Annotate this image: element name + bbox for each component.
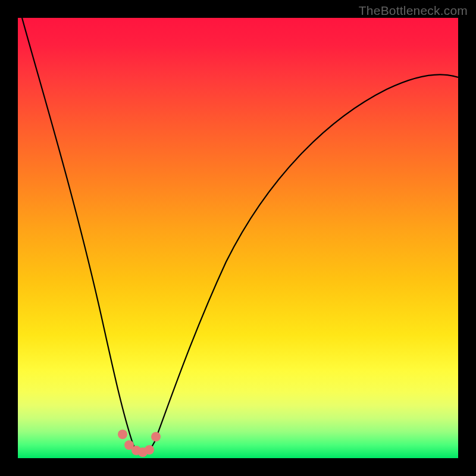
watermark-text: TheBottleneck.com: [359, 4, 468, 18]
plot-area: [18, 18, 458, 458]
bottleneck-curve: [22, 18, 458, 454]
chart-stage: TheBottleneck.com: [0, 0, 476, 476]
marker-dot: [145, 445, 154, 455]
marker-dot: [151, 432, 161, 441]
plot-frame: [18, 18, 458, 458]
marker-dot: [118, 430, 127, 439]
curve-layer: [18, 18, 458, 458]
